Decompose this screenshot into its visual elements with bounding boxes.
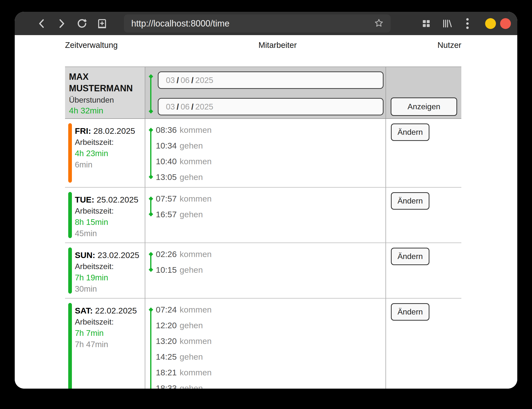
- back-icon[interactable]: [36, 12, 47, 35]
- time-entry: 07:24kommen: [156, 302, 386, 317]
- day-row: TUE: 25.02.2025 Arbeitszeit: 8h 15min 45…: [65, 188, 461, 243]
- pause-value: 7h 47min: [75, 339, 143, 350]
- day-status-bar: [68, 192, 72, 238]
- day-status-bar: [68, 247, 72, 294]
- worktime-value: 7h 7min: [75, 327, 143, 339]
- entry-type: kommen: [180, 194, 212, 204]
- minimize-icon[interactable]: [485, 18, 496, 29]
- time-entry: 10:40kommen: [156, 153, 386, 169]
- entry-type: kommen: [180, 157, 212, 166]
- date-to-input[interactable]: 03/06/2025: [158, 98, 384, 115]
- day-date: SUN: 23.02.2025: [75, 249, 143, 261]
- time-entry: 10:34gehen: [156, 138, 386, 153]
- day-row: SUN: 23.02.2025 Arbeitszeit: 7h 19min 30…: [65, 243, 461, 299]
- time-entry: 18:33gehen: [156, 380, 386, 389]
- time-entries: 07:24kommen12:20gehen13:20kommen14:25geh…: [145, 299, 386, 389]
- url-text[interactable]: http://localhost:8000/time: [131, 18, 229, 29]
- day-timeline: [150, 199, 151, 214]
- entry-time: 10:34: [156, 141, 177, 150]
- library-icon[interactable]: [441, 12, 453, 35]
- time-entry: 07:57kommen: [156, 191, 386, 206]
- entry-time: 10:40: [156, 157, 177, 166]
- date-to-day[interactable]: 06: [181, 102, 190, 111]
- nav-nutzer[interactable]: Nutzer: [438, 41, 461, 50]
- entry-time: 13:20: [156, 336, 177, 346]
- time-entries: 07:57kommen16:57gehen: [145, 188, 386, 224]
- browser-window: http://localhost:8000/time: [15, 12, 517, 389]
- entry-time: 13:05: [156, 172, 177, 182]
- day-date: SAT: 22.02.2025: [75, 305, 143, 316]
- date-from-day[interactable]: 06: [181, 76, 190, 85]
- entry-type: gehen: [180, 321, 203, 330]
- time-table: MAX MUSTERMANN Überstunden 4h 32min 03/0…: [65, 67, 461, 389]
- worktime-label: Arbeitszeit:: [75, 261, 143, 272]
- date-from-input[interactable]: 03/06/2025: [158, 71, 384, 89]
- nav-mitarbeiter[interactable]: Mitarbeiter: [258, 41, 297, 50]
- forward-icon[interactable]: [56, 12, 67, 35]
- entry-type: kommen: [180, 305, 212, 314]
- entry-type: gehen: [180, 383, 203, 389]
- aendern-button[interactable]: Ändern: [391, 303, 429, 321]
- entry-type: gehen: [180, 352, 203, 362]
- aendern-button[interactable]: Ändern: [391, 123, 429, 141]
- worktime-label: Arbeitszeit:: [75, 205, 143, 217]
- entry-type: gehen: [180, 265, 203, 275]
- entry-time: 10:15: [156, 265, 177, 275]
- nav-zeitverwaltung[interactable]: Zeitverwaltung: [65, 41, 118, 50]
- day-status-bar: [68, 123, 72, 183]
- time-entry: 02:26kommen: [156, 246, 386, 262]
- day-row: FRI: 28.02.2025 Arbeitszeit: 4h 23min 6m…: [65, 119, 461, 188]
- day-status-bar: [68, 303, 72, 389]
- entry-time: 16:57: [156, 210, 177, 219]
- date-to-year[interactable]: 2025: [195, 102, 213, 111]
- entry-time: 02:26: [156, 249, 177, 259]
- pause-value: 30min: [75, 283, 143, 295]
- date-from-year[interactable]: 2025: [195, 76, 213, 85]
- date-from-month[interactable]: 03: [166, 76, 175, 85]
- summary-row: MAX MUSTERMANN Überstunden 4h 32min 03/0…: [65, 67, 461, 119]
- menu-kebab-icon[interactable]: [462, 12, 473, 35]
- time-entry: 14:25gehen: [156, 349, 386, 365]
- time-entry: 16:57gehen: [156, 206, 386, 222]
- aendern-button[interactable]: Ändern: [391, 192, 429, 210]
- date-to-month[interactable]: 03: [166, 102, 175, 111]
- entry-type: kommen: [180, 125, 212, 135]
- employee-name: MAX MUSTERMANN: [69, 71, 143, 94]
- entry-time: 18:33: [156, 383, 177, 389]
- worktime-value: 8h 15min: [75, 217, 143, 228]
- aendern-button[interactable]: Ändern: [391, 248, 429, 265]
- day-timeline: [150, 254, 151, 270]
- entry-time: 18:21: [156, 368, 177, 377]
- time-entry: 13:05gehen: [156, 169, 386, 185]
- day-row: SAT: 22.02.2025 Arbeitszeit: 7h 7min 7h …: [65, 299, 461, 389]
- time-entry: 08:36kommen: [156, 122, 386, 138]
- app-navbar: Zeitverwaltung Mitarbeiter Nutzer: [65, 35, 461, 55]
- web-page: Zeitverwaltung Mitarbeiter Nutzer MAX MU…: [15, 35, 517, 389]
- reload-icon[interactable]: [76, 12, 88, 35]
- entry-time: 14:25: [156, 352, 177, 362]
- url-bar[interactable]: http://localhost:8000/time: [124, 14, 391, 32]
- new-tab-icon[interactable]: [96, 12, 108, 35]
- entry-type: kommen: [180, 249, 212, 259]
- screen-background: http://localhost:8000/time: [0, 0, 532, 409]
- entry-time: 08:36: [156, 125, 177, 135]
- time-entries: 02:26kommen10:15gehen: [145, 243, 386, 280]
- entry-type: kommen: [180, 336, 212, 346]
- bookmark-star-icon[interactable]: [374, 18, 384, 29]
- time-entry: 10:15gehen: [156, 262, 386, 278]
- pause-value: 45min: [75, 228, 143, 239]
- worktime-value: 7h 19min: [75, 272, 143, 283]
- entry-time: 07:57: [156, 194, 177, 204]
- date-range-timeline: [150, 76, 151, 111]
- day-rows-container: FRI: 28.02.2025 Arbeitszeit: 4h 23min 6m…: [65, 119, 461, 389]
- overtime-label: Überstunden: [69, 95, 145, 105]
- day-date: FRI: 28.02.2025: [75, 125, 143, 136]
- tab-overview-icon[interactable]: [420, 12, 433, 35]
- entry-type: gehen: [180, 141, 203, 150]
- time-entry: 18:21kommen: [156, 365, 386, 380]
- entry-type: gehen: [180, 172, 203, 182]
- close-icon[interactable]: [500, 18, 511, 29]
- anzeigen-button[interactable]: Anzeigen: [391, 97, 457, 116]
- overtime-value: 4h 32min: [69, 105, 145, 116]
- entry-time: 12:20: [156, 321, 177, 330]
